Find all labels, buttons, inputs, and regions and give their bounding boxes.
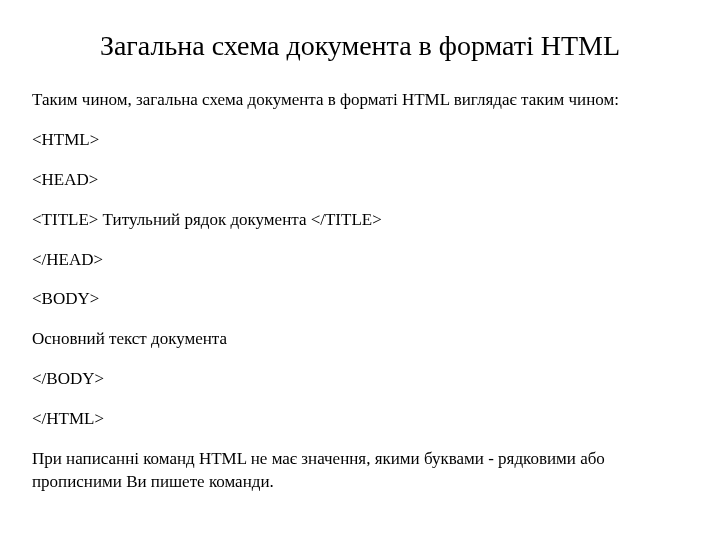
code-line-html-close: </HTML> [32, 407, 688, 431]
outro-paragraph: При написанні команд HTML не має значенн… [32, 447, 688, 495]
code-line-title: <TITLE> Титульний рядок документа </TITL… [32, 208, 688, 232]
intro-paragraph: Таким чином, загальна схема документа в … [32, 88, 688, 112]
code-line-head-close: </HEAD> [32, 248, 688, 272]
code-line-body-text: Основний текст документа [32, 327, 688, 351]
code-line-body-open: <BODY> [32, 287, 688, 311]
code-line-body-close: </BODY> [32, 367, 688, 391]
code-line-head-open: <HEAD> [32, 168, 688, 192]
page-title: Загальна схема документа в форматі HTML [32, 28, 688, 64]
code-line-html-open: <HTML> [32, 128, 688, 152]
